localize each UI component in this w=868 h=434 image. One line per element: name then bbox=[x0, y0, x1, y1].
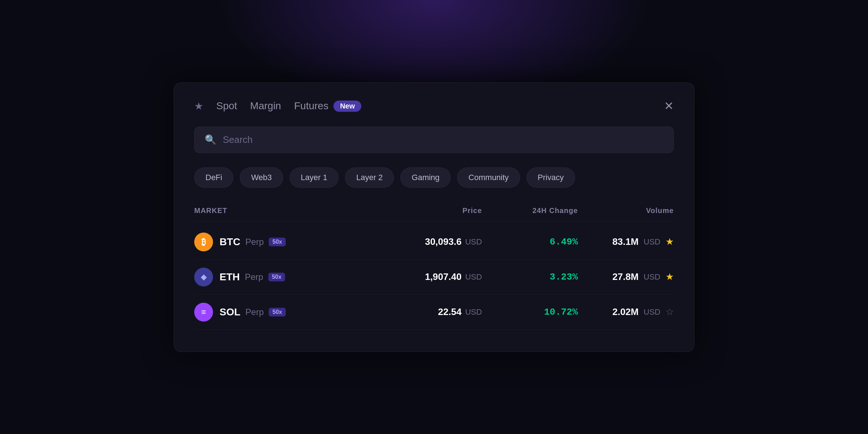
search-icon: 🔍 bbox=[205, 134, 216, 145]
tab-margin[interactable]: Margin bbox=[250, 100, 281, 112]
eth-volume: 27.8M bbox=[612, 271, 638, 282]
sol-market-name: SOL Perp 50x bbox=[220, 306, 286, 318]
btc-price-cell: 30,093.6 USD bbox=[386, 236, 482, 247]
eth-change-cell: 3.23% bbox=[482, 272, 578, 282]
close-button[interactable]: ✕ bbox=[664, 100, 674, 112]
btc-currency: USD bbox=[465, 237, 482, 247]
eth-price-cell: 1,907.40 USD bbox=[386, 271, 482, 282]
sol-icon: ≡ bbox=[194, 303, 213, 322]
eth-vol-currency: USD bbox=[644, 272, 660, 282]
col-market: MARKET bbox=[194, 207, 386, 215]
sol-symbol: SOL bbox=[220, 306, 241, 318]
btc-change-cell: 6.49% bbox=[482, 237, 578, 247]
btc-perp-label: Perp bbox=[246, 237, 264, 247]
pill-layer2[interactable]: Layer 2 bbox=[345, 167, 394, 188]
col-change: 24H Change bbox=[482, 207, 578, 215]
market-cell-sol: ≡ SOL Perp 50x bbox=[194, 303, 386, 322]
new-badge: New bbox=[333, 101, 361, 112]
sol-perp-label: Perp bbox=[246, 307, 264, 317]
pill-web3[interactable]: Web3 bbox=[240, 167, 283, 188]
market-cell-eth: ◆ ETH Perp 50x bbox=[194, 268, 386, 286]
eth-market-name: ETH Perp 50x bbox=[220, 271, 285, 283]
col-volume: Volume bbox=[578, 207, 674, 215]
favorites-star-icon[interactable]: ★ bbox=[194, 100, 203, 112]
sol-change-cell: 10.72% bbox=[482, 307, 578, 318]
btc-vol-currency: USD bbox=[644, 237, 660, 247]
eth-perp-label: Perp bbox=[245, 272, 263, 282]
sol-leverage: 50x bbox=[269, 308, 286, 316]
tab-futures[interactable]: Futures bbox=[294, 100, 328, 112]
sol-currency: USD bbox=[465, 307, 482, 317]
sol-vol-currency: USD bbox=[644, 307, 660, 317]
eth-volume-cell: 27.8M USD ★ bbox=[578, 271, 674, 282]
eth-icon: ◆ bbox=[194, 268, 213, 286]
eth-symbol: ETH bbox=[220, 271, 240, 283]
pill-community[interactable]: Community bbox=[457, 167, 520, 188]
btc-market-name: BTC Perp 50x bbox=[220, 236, 286, 248]
pill-defi[interactable]: DeFi bbox=[194, 167, 233, 188]
btc-star-button[interactable]: ★ bbox=[665, 236, 674, 247]
pill-gaming[interactable]: Gaming bbox=[400, 167, 451, 188]
sol-star-button[interactable]: ☆ bbox=[665, 306, 674, 318]
category-pills: DeFi Web3 Layer 1 Layer 2 Gaming Communi… bbox=[194, 167, 674, 188]
btc-change: 6.49% bbox=[550, 237, 578, 247]
btc-volume: 83.1M bbox=[612, 236, 638, 247]
table-row[interactable]: ≡ SOL Perp 50x 22.54 USD 10.72% 2.02M US… bbox=[194, 295, 674, 330]
sol-volume-cell: 2.02M USD ☆ bbox=[578, 306, 674, 318]
modal-container: ★ Spot Margin Futures New ✕ 🔍 DeFi Web3 … bbox=[174, 82, 694, 352]
eth-price: 1,907.40 bbox=[425, 271, 461, 282]
btc-symbol: BTC bbox=[220, 236, 241, 248]
eth-star-button[interactable]: ★ bbox=[665, 271, 674, 282]
nav-tabs: ★ Spot Margin Futures New bbox=[194, 100, 361, 112]
sol-price-cell: 22.54 USD bbox=[386, 306, 482, 318]
sol-change: 10.72% bbox=[544, 307, 578, 318]
sol-price: 22.54 bbox=[438, 306, 461, 318]
btc-leverage: 50x bbox=[269, 238, 286, 246]
pill-privacy[interactable]: Privacy bbox=[527, 167, 575, 188]
col-price: Price bbox=[386, 207, 482, 215]
eth-currency: USD bbox=[465, 272, 482, 282]
pill-layer1[interactable]: Layer 1 bbox=[290, 167, 339, 188]
tab-spot[interactable]: Spot bbox=[216, 100, 237, 112]
tab-futures-container: Futures New bbox=[294, 100, 361, 112]
table-row[interactable]: ◆ ETH Perp 50x 1,907.40 USD 3.23% 27.8M … bbox=[194, 260, 674, 295]
sol-volume: 2.02M bbox=[612, 306, 638, 318]
btc-icon: ₿ bbox=[194, 233, 213, 251]
eth-change: 3.23% bbox=[550, 272, 578, 282]
table-row[interactable]: ₿ BTC Perp 50x 30,093.6 USD 6.49% 83.1M … bbox=[194, 225, 674, 260]
search-bar: 🔍 bbox=[194, 127, 674, 153]
table-header: MARKET Price 24H Change Volume bbox=[194, 207, 674, 222]
btc-price: 30,093.6 bbox=[425, 236, 461, 247]
modal-header: ★ Spot Margin Futures New ✕ bbox=[194, 100, 674, 112]
eth-leverage: 50x bbox=[268, 273, 285, 281]
search-input[interactable] bbox=[223, 134, 663, 145]
btc-volume-cell: 83.1M USD ★ bbox=[578, 236, 674, 247]
market-cell-btc: ₿ BTC Perp 50x bbox=[194, 233, 386, 251]
